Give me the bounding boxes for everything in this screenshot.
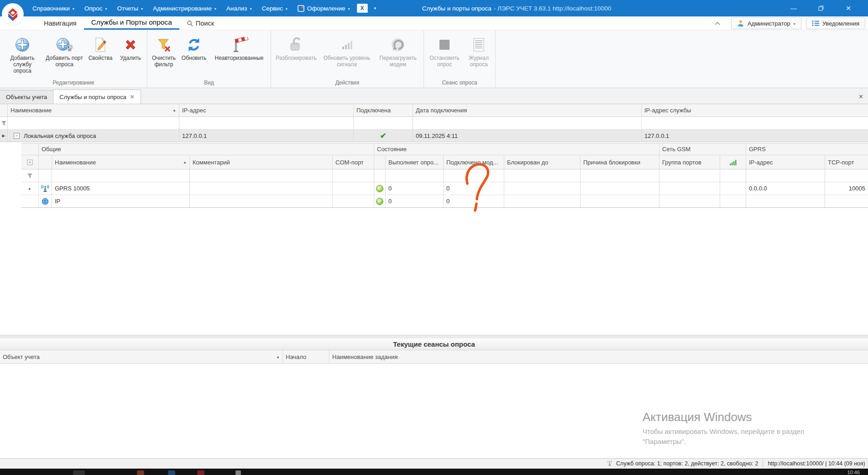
filter-cell[interactable]: [190, 169, 333, 182]
col-header-modems-connected[interactable]: Подключено мод...: [444, 155, 504, 169]
filter-cell[interactable]: [386, 169, 444, 182]
service-name-cell[interactable]: − Локальная служба опроса: [8, 130, 179, 142]
filter-cell[interactable]: [720, 169, 746, 182]
band-gprs[interactable]: GPRS: [746, 143, 868, 155]
notifications-button[interactable]: Уведомления: [806, 17, 865, 29]
col-header-gprs-ip[interactable]: IP-адрес: [746, 155, 825, 169]
filter-cell[interactable]: [39, 169, 52, 182]
port-reason-cell[interactable]: [580, 182, 659, 195]
band-general[interactable]: Общие: [39, 143, 374, 155]
ribbon-collapse-icon[interactable]: [708, 21, 727, 25]
doc-tab-services-ports[interactable]: Службы и порты опроса ✕: [53, 90, 141, 104]
col-header-port-group[interactable]: Группа портов: [659, 155, 720, 169]
port-tcp-cell[interactable]: [825, 195, 868, 207]
filter-cell[interactable]: [504, 169, 580, 182]
filter-cell[interactable]: [825, 169, 868, 182]
col-header-block-reason[interactable]: Причина блокировки: [580, 155, 659, 169]
filter-cell[interactable]: [374, 169, 386, 182]
port-comport-cell[interactable]: [333, 195, 374, 207]
port-reason-cell[interactable]: [580, 195, 659, 207]
menu-analysis[interactable]: Анализ▾: [221, 0, 257, 16]
col-header-signal[interactable]: [720, 155, 746, 169]
panel-splitter[interactable]: [0, 335, 868, 338]
port-group-cell[interactable]: [659, 195, 720, 207]
delete-button[interactable]: Удалить: [115, 34, 146, 62]
menu-references[interactable]: Справочники▾: [27, 0, 79, 16]
filter-cell-service-ip[interactable]: [642, 117, 868, 129]
properties-button[interactable]: Свойства: [85, 34, 115, 62]
filter-cell-connected[interactable]: [354, 117, 413, 129]
menu-service[interactable]: Сервис▾: [256, 0, 292, 16]
ribbon-tab-services-ports[interactable]: Службы и Порты опроса: [84, 16, 179, 30]
user-button[interactable]: Администратор ▾: [731, 17, 801, 29]
col-header-port-name[interactable]: Наименование▲: [52, 155, 190, 169]
poll-journal-button[interactable]: Журнал опроса: [464, 34, 494, 69]
col-header-blocked-until[interactable]: Блокирован до: [504, 155, 580, 169]
menu-reports[interactable]: Отчеты▾: [112, 0, 148, 16]
grid-customize-icon[interactable]: [21, 155, 39, 169]
filter-cell[interactable]: [52, 169, 190, 182]
filter-cell[interactable]: [333, 169, 374, 182]
collapse-box-icon[interactable]: −: [14, 133, 20, 139]
col-header-com-port[interactable]: COM-порт: [333, 155, 374, 169]
port-comment-cell[interactable]: [190, 182, 333, 195]
port-performs-cell[interactable]: 0: [386, 195, 444, 207]
close-button[interactable]: ✕: [842, 2, 855, 14]
col-header-connected[interactable]: Подключена: [354, 104, 413, 116]
port-signal-cell[interactable]: [720, 195, 746, 207]
doc-tab-metering-objects[interactable]: Объекты учета: [0, 90, 53, 104]
port-group-cell[interactable]: [659, 182, 720, 195]
port-blocked-cell[interactable]: [504, 182, 580, 195]
taskbar-item[interactable]: [73, 470, 85, 475]
taskbar-item[interactable]: [168, 470, 175, 475]
port-comment-cell[interactable]: [190, 195, 333, 207]
band-state[interactable]: Состояние: [374, 143, 659, 155]
filter-cell[interactable]: [444, 169, 504, 182]
col-header-connect-date[interactable]: Дата подключения: [413, 104, 642, 116]
restore-button[interactable]: [814, 2, 828, 14]
service-row[interactable]: ▶ − Локальная служба опроса 127.0.0.1 ✔ …: [0, 130, 868, 142]
add-port-button[interactable]: Добавить порт опроса: [43, 34, 85, 69]
filter-cell[interactable]: [659, 169, 720, 182]
port-modems-cell[interactable]: 0: [444, 195, 504, 207]
reboot-modem-button[interactable]: Перезагрузить модем: [374, 34, 422, 69]
row-expand[interactable]: [21, 195, 39, 207]
filter-cell-name[interactable]: [8, 117, 179, 129]
refresh-button[interactable]: Обновить: [179, 34, 209, 62]
tab-close-icon[interactable]: ✕: [130, 94, 135, 100]
port-status-cell[interactable]: ✓: [374, 195, 386, 207]
filter-cell[interactable]: [580, 169, 659, 182]
stop-poll-button[interactable]: Остановить опрос: [425, 34, 464, 69]
col-header-comment[interactable]: Комментарий: [190, 155, 333, 169]
port-status-cell[interactable]: ✓: [374, 182, 386, 195]
menu-poll[interactable]: Опрос▾: [79, 0, 112, 16]
filter-cell-date[interactable]: [413, 117, 642, 129]
col-header-tcp-port[interactable]: TCP-порт: [825, 155, 868, 169]
col-header-name[interactable]: Наименование▲: [8, 104, 179, 116]
col-header-performs-poll[interactable]: Выполняет опро...: [386, 155, 444, 169]
port-ip-cell[interactable]: 0.0.0.0: [746, 182, 825, 195]
col-header-start[interactable]: Начало: [283, 350, 329, 364]
port-name-cell[interactable]: IP: [52, 195, 190, 207]
unauthorized-button[interactable]: Неавторизованные: [209, 34, 269, 62]
export-excel-icon[interactable]: X: [357, 4, 368, 13]
taskbar-item[interactable]: [137, 470, 144, 475]
port-row-ip[interactable]: IP ✓ 0 0: [21, 195, 868, 208]
unlock-button[interactable]: Разблокировать: [272, 34, 320, 62]
menu-administration[interactable]: Администрирование▾: [148, 0, 221, 16]
port-signal-cell[interactable]: [720, 182, 746, 195]
ribbon-tab-search[interactable]: Поиск: [179, 16, 221, 30]
clear-filter-button[interactable]: Очистить фильтр: [149, 34, 179, 69]
col-header-service-ip[interactable]: IP-адрес службы: [642, 104, 868, 116]
band-gsm[interactable]: Сеть GSM: [659, 143, 746, 155]
port-comport-cell[interactable]: [333, 182, 374, 195]
port-tcp-cell[interactable]: 10005: [825, 182, 868, 195]
add-service-button[interactable]: Добавить службу опроса: [1, 34, 43, 75]
filter-cell[interactable]: [746, 169, 825, 182]
service-serviceip-cell[interactable]: 127.0.0.1: [642, 130, 868, 142]
port-row-gprs[interactable]: ▸ GPRS 10005 ✓ 0 0 0.0.0.0 10005: [21, 182, 868, 195]
minimize-button[interactable]: —: [787, 2, 800, 14]
port-ip-cell[interactable]: [746, 195, 825, 207]
quick-access-caret-icon[interactable]: ▾: [374, 6, 376, 11]
col-header-status[interactable]: [374, 155, 386, 169]
